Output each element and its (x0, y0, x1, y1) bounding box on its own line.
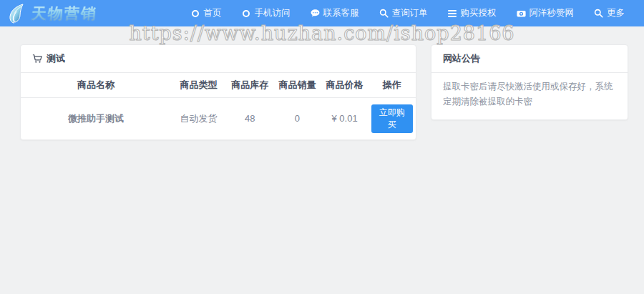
comment-icon (311, 9, 320, 18)
camera-icon (517, 9, 526, 18)
col-header-price: 商品价格 (321, 73, 369, 98)
top-navbar: 天物营销 首页 手机访问 联系客服 查询订单 购买授权 (0, 0, 644, 26)
product-card-title: 测试 (47, 52, 65, 65)
site-logo[interactable]: 天物营销 (6, 2, 97, 25)
circle-icon (191, 9, 200, 18)
site-logo-text: 天物营销 (31, 4, 98, 24)
table-row: 微推助手测试 自动发货 48 0 ¥ 0.01 立即购买 (21, 98, 416, 139)
cell-product-name: 微推助手测试 (21, 98, 171, 139)
announcement-body: 提取卡密后请尽快激活使用或保存好，系统定期清除被提取的卡密 (431, 73, 628, 119)
product-card: 测试 商品名称 商品类型 商品库存 商品销量 商品价格 操作 微推助手测试 (20, 44, 416, 140)
nav-menu: 首页 手机访问 联系客服 查询订单 购买授权 阿洋秒赞网 (181, 0, 635, 26)
announcement-card: 网站公告 提取卡密后请尽快激活使用或保存好，系统定期清除被提取的卡密 (431, 44, 628, 120)
col-header-name: 商品名称 (21, 73, 171, 98)
nav-item-label: 首页 (204, 7, 222, 19)
nav-item-mobile[interactable]: 手机访问 (232, 0, 301, 26)
announcement-card-header: 网站公告 (431, 45, 628, 73)
search-icon (594, 9, 603, 18)
col-header-action: 操作 (369, 73, 416, 98)
nav-item-label: 查询订单 (392, 7, 428, 19)
list-icon (448, 9, 457, 18)
table-header-row: 商品名称 商品类型 商品库存 商品销量 商品价格 操作 (21, 73, 416, 98)
product-table: 商品名称 商品类型 商品库存 商品销量 商品价格 操作 微推助手测试 自动发货 … (21, 73, 416, 139)
nav-item-label: 阿洋秒赞网 (530, 7, 575, 19)
col-header-type: 商品类型 (171, 73, 226, 98)
main-content: 测试 商品名称 商品类型 商品库存 商品销量 商品价格 操作 微推助手测试 (0, 26, 644, 140)
col-header-sales: 商品销量 (273, 73, 321, 98)
nav-item-contact-support[interactable]: 联系客服 (301, 0, 369, 26)
col-header-stock: 商品库存 (226, 73, 273, 98)
nav-item-more[interactable]: 更多 (584, 0, 635, 26)
nav-item-order-lookup[interactable]: 查询订单 (369, 0, 438, 26)
nav-item-ayang-site[interactable]: 阿洋秒赞网 (507, 0, 585, 26)
cart-icon (32, 54, 42, 64)
nav-item-buy-license[interactable]: 购买授权 (438, 0, 507, 26)
nav-item-home[interactable]: 首页 (181, 0, 232, 26)
cell-product-stock: 48 (226, 98, 273, 139)
feather-logo-icon (6, 2, 29, 25)
cell-product-price: ¥ 0.01 (321, 98, 369, 139)
cell-product-type: 自动发货 (171, 98, 226, 139)
announcement-title: 网站公告 (443, 52, 480, 65)
search-icon (379, 9, 389, 18)
buy-now-button[interactable]: 立即购买 (371, 104, 413, 133)
product-card-header: 测试 (21, 45, 416, 73)
nav-item-label: 手机访问 (255, 7, 291, 19)
cell-product-sales: 0 (273, 98, 321, 139)
nav-item-label: 更多 (607, 7, 625, 19)
nav-item-label: 购买授权 (461, 7, 497, 19)
nav-item-label: 联系客服 (323, 7, 359, 19)
circle-icon (242, 9, 251, 18)
